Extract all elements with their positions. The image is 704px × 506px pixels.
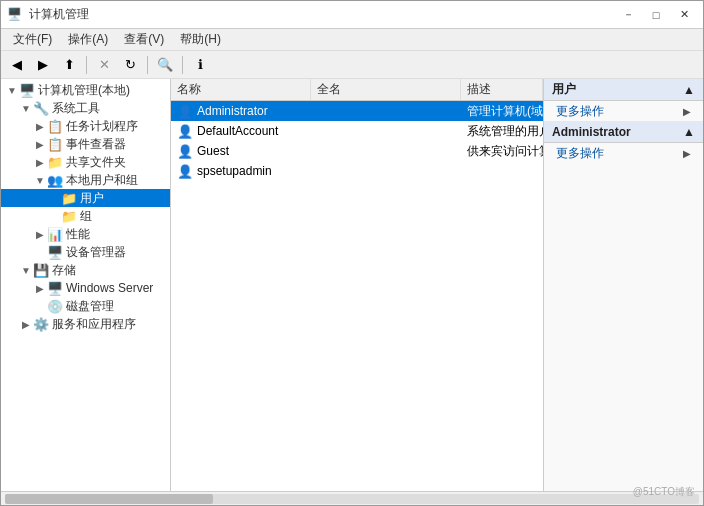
maximize-button[interactable]: □ [643,5,669,25]
app-icon: 🖥️ [7,7,23,23]
content-panel: 名称 全名 描述 👤 Administrator [171,79,543,491]
label-local-users: 本地用户和组 [66,172,138,189]
tree-node-services-apps[interactable]: ▶ ⚙️ 服务和应用程序 [1,315,170,333]
cell-name: 👤 spsetupadmin [171,161,311,181]
tree-node-disk-mgmt[interactable]: 💿 磁盘管理 [1,297,170,315]
icon-shared-folders: 📁 [47,154,63,170]
label-shared-folders: 共享文件夹 [66,154,126,171]
table-row[interactable]: 👤 Guest 供来宾访问计算机或访问... [171,141,543,161]
tree-node-groups[interactable]: 📁 组 [1,207,170,225]
col-header-fullname[interactable]: 全名 [311,79,461,100]
chevron-up-icon-2: ▲ [683,125,695,139]
horizontal-scrollbar-track[interactable] [5,494,699,504]
tree-node-shared-folders[interactable]: ▶ 📁 共享文件夹 [1,153,170,171]
label-task-scheduler: 任务计划程序 [66,118,138,135]
expander-users [47,191,61,205]
label-device-manager: 设备管理器 [66,244,126,261]
main-window: 🖥️ 计算机管理 － □ ✕ 文件(F)操作(A)查看(V)帮助(H) ◀ ▶ … [0,0,704,506]
col-header-desc[interactable]: 描述 [461,79,543,100]
close-button[interactable]: ✕ [671,5,697,25]
menu-item-F[interactable]: 文件(F) [5,29,60,50]
minimize-button[interactable]: － [615,5,641,25]
action-section-header-admin: Administrator ▲ [544,121,703,143]
expander-windows-server: ▶ [33,281,47,295]
tree-node-performance[interactable]: ▶ 📊 性能 [1,225,170,243]
expander-device-manager [33,245,47,259]
table-row[interactable]: 👤 spsetupadmin [171,161,543,181]
menu-item-H[interactable]: 帮助(H) [172,29,229,50]
expander-local-users: ▼ [33,173,47,187]
tree-node-task-scheduler[interactable]: ▶ 📋 任务计划程序 [1,117,170,135]
arrow-icon-users: ▶ [683,106,691,117]
col-header-name[interactable]: 名称 [171,79,311,100]
user-icon-0: 👤 [177,103,193,119]
table-row[interactable]: 👤 DefaultAccount 系统管理的用户帐户。 [171,121,543,141]
title-bar: 🖥️ 计算机管理 － □ ✕ [1,1,703,29]
label-windows-server: Windows Server [66,281,153,295]
tree-node-computer-mgmt[interactable]: ▼ 🖥️ 计算机管理(本地) [1,81,170,99]
search-button[interactable]: 🔍 [153,54,177,76]
cell-desc: 系统管理的用户帐户。 [461,121,543,141]
title-bar-left: 🖥️ 计算机管理 [7,6,89,23]
menu-bar: 文件(F)操作(A)查看(V)帮助(H) [1,29,703,51]
expander-disk-mgmt [33,299,47,313]
cell-fullname [311,161,461,181]
icon-windows-server: 🖥️ [47,280,63,296]
cell-fullname [311,121,461,141]
cell-desc [461,161,543,181]
user-icon-2: 👤 [177,143,193,159]
icon-computer-mgmt: 🖥️ [19,82,35,98]
label-computer-mgmt: 计算机管理(本地) [38,82,130,99]
label-system-tools: 系统工具 [52,100,100,117]
label-performance: 性能 [66,226,90,243]
icon-storage: 💾 [33,262,49,278]
expander-services-apps: ▶ [19,317,33,331]
tree-node-local-users[interactable]: ▼ 👥 本地用户和组 [1,171,170,189]
info-button[interactable]: ℹ [188,54,212,76]
expander-performance: ▶ [33,227,47,241]
refresh-button[interactable]: ↻ [118,54,142,76]
tree-node-storage[interactable]: ▼ 💾 存储 [1,261,170,279]
menu-item-V[interactable]: 查看(V) [116,29,172,50]
label-groups: 组 [80,208,92,225]
horizontal-scrollbar-thumb[interactable] [5,494,213,504]
toolbar-sep-2 [147,56,148,74]
tree-node-users[interactable]: 📁 用户 [1,189,170,207]
tree-node-windows-server[interactable]: ▶ 🖥️ Windows Server [1,279,170,297]
menu-item-A[interactable]: 操作(A) [60,29,116,50]
expander-groups [47,209,61,223]
toolbar: ◀ ▶ ⬆ ✕ ↻ 🔍 ℹ [1,51,703,79]
icon-local-users: 👥 [47,172,63,188]
table-header: 名称 全名 描述 [171,79,543,101]
stop-button[interactable]: ✕ [92,54,116,76]
cell-name: 👤 Administrator [171,101,311,121]
toolbar-sep-1 [86,56,87,74]
table-body: 👤 Administrator 管理计算机(域)的内置帐户 👤 DefaultA… [171,101,543,491]
label-services-apps: 服务和应用程序 [52,316,136,333]
actions-panel: 用户 ▲ 更多操作 ▶ Administrator ▲ 更多操作 ▶ [543,79,703,491]
icon-event-viewer: 📋 [47,136,63,152]
label-disk-mgmt: 磁盘管理 [66,298,114,315]
tree-node-device-manager[interactable]: 🖥️ 设备管理器 [1,243,170,261]
main-area: ▼ 🖥️ 计算机管理(本地) ▼ 🔧 系统工具 ▶ 📋 任务计划程序 ▶ 📋 事… [1,79,703,491]
up-button[interactable]: ⬆ [57,54,81,76]
action-more-ops-users[interactable]: 更多操作 ▶ [544,101,703,121]
icon-services-apps: ⚙️ [33,316,49,332]
horizontal-scrollbar-container [1,491,703,505]
cell-name: 👤 DefaultAccount [171,121,311,141]
cell-desc: 供来宾访问计算机或访问... [461,141,543,161]
forward-button[interactable]: ▶ [31,54,55,76]
arrow-icon-admin: ▶ [683,148,691,159]
back-button[interactable]: ◀ [5,54,29,76]
expander-shared-folders: ▶ [33,155,47,169]
tree-node-event-viewer[interactable]: ▶ 📋 事件查看器 [1,135,170,153]
icon-performance: 📊 [47,226,63,242]
tree-node-system-tools[interactable]: ▼ 🔧 系统工具 [1,99,170,117]
cell-fullname [311,141,461,161]
action-more-ops-admin[interactable]: 更多操作 ▶ [544,143,703,163]
table-row[interactable]: 👤 Administrator 管理计算机(域)的内置帐户 [171,101,543,121]
cell-desc: 管理计算机(域)的内置帐户 [461,101,543,121]
icon-device-manager: 🖥️ [47,244,63,260]
label-users: 用户 [80,190,104,207]
user-icon-3: 👤 [177,163,193,179]
